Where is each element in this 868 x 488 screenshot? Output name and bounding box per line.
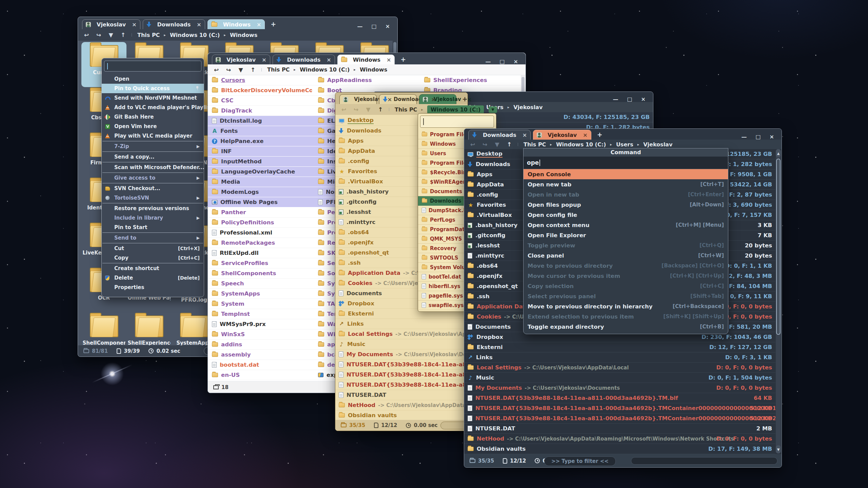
- up-button[interactable]: ↑: [119, 32, 127, 38]
- file-row[interactable]: NetHood -> C:\Users\Vjekoslav\AppData\Ro…: [464, 434, 775, 444]
- command-item[interactable]: Move to previous directory in hierarchy[…: [524, 301, 728, 311]
- tab-downloads[interactable]: Downloads×: [379, 94, 417, 104]
- file-row[interactable]: NTUSER.DAT2 MB: [464, 424, 775, 434]
- file-row[interactable]: AppReadiness: [314, 75, 420, 85]
- grid-item[interactable]: ShellComponents: [81, 312, 126, 345]
- history-button[interactable]: ▼: [364, 106, 373, 113]
- tab-vjekoslav[interactable]: Vjekoslav×: [82, 19, 140, 29]
- file-row[interactable]: assembly: [208, 350, 314, 360]
- file-row[interactable]: DiagTrack: [208, 106, 314, 116]
- scroll-up-button[interactable]: ▲: [776, 149, 781, 157]
- command-input[interactable]: ope: [524, 157, 728, 169]
- breadcrumb-item[interactable]: Vjekoslav: [643, 141, 672, 148]
- file-row[interactable]: ♪MusicD: 0, F: 1, 504 bytes: [464, 373, 775, 383]
- breadcrumb-item[interactable]: This PC: [395, 106, 417, 113]
- file-row[interactable]: Professional.xml: [208, 228, 314, 238]
- dropdown-filter-input[interactable]: [420, 116, 494, 128]
- forward-button[interactable]: ↪: [94, 32, 103, 38]
- command-item[interactable]: Select previous panel[Shift+Tab]: [524, 291, 728, 301]
- close-tab-icon[interactable]: ×: [428, 96, 436, 103]
- file-row[interactable]: NTUSER.DAT{53b39e88-18c4-11ea-a811-000d3…: [335, 380, 468, 390]
- context-menu-item[interactable]: Restore previous versions: [102, 204, 204, 213]
- back-button[interactable]: ↩: [212, 66, 221, 73]
- command-item[interactable]: Toggle preview[Ctrl+Q]: [524, 240, 728, 250]
- breadcrumb-item[interactable]: Windows 10 (C:): [556, 141, 606, 148]
- file-row[interactable]: NTUSER.DAT{53b39e88-18c4-11ea-a811-000d3…: [464, 403, 775, 413]
- maximize-button[interactable]: □: [371, 24, 376, 29]
- close-tab-icon[interactable]: ×: [579, 132, 587, 138]
- context-menu-item[interactable]: SVN Checkout...: [102, 184, 204, 193]
- file-row[interactable]: Panther: [208, 207, 314, 218]
- command-item[interactable]: Open files popup[Alt+Down]: [524, 200, 728, 210]
- file-row[interactable]: WinSxS: [208, 329, 314, 340]
- file-row[interactable]: CSC: [208, 96, 314, 106]
- file-row[interactable]: TempInst: [208, 309, 314, 319]
- file-row[interactable]: Local Settings -> C:\Users\Vjekoslav\App…: [464, 363, 775, 373]
- file-row[interactable]: DtcInstall.log: [208, 116, 314, 126]
- context-menu-item[interactable]: Copy[Ctrl+C]: [102, 253, 204, 263]
- file-row[interactable]: addins: [208, 340, 314, 350]
- file-row[interactable]: SystemApps: [208, 289, 314, 299]
- context-menu-item[interactable]: Include in library▶: [102, 213, 204, 223]
- context-menu-item[interactable]: Pin to Quick access: [102, 84, 204, 93]
- maximize-button[interactable]: □: [627, 97, 632, 102]
- minimize-button[interactable]: —: [741, 134, 747, 140]
- tab-downloads[interactable]: Downloads×: [143, 19, 205, 29]
- command-item[interactable]: Toggle expand directory[Ctrl+B]: [524, 322, 728, 332]
- new-tab-button[interactable]: +: [271, 20, 276, 28]
- file-row[interactable]: RemotePackages: [208, 238, 314, 248]
- command-item[interactable]: Open File Explorer: [524, 230, 728, 240]
- maximize-button[interactable]: □: [499, 59, 505, 64]
- close-button[interactable]: ×: [386, 24, 390, 29]
- file-row[interactable]: Obsidian vaults: [335, 410, 468, 420]
- context-menu-item[interactable]: Open: [102, 74, 204, 84]
- close-tab-icon[interactable]: ×: [323, 57, 331, 63]
- file-row[interactable]: Speech: [208, 279, 314, 289]
- context-menu-item[interactable]: Delete[Delete]: [102, 273, 204, 283]
- context-menu-item[interactable]: 7-Zip▶: [102, 142, 204, 151]
- file-row[interactable]: WMSysPr9.prx: [208, 319, 314, 329]
- forward-button[interactable]: ↪: [224, 66, 233, 73]
- tab-vjekoslav[interactable]: Vjekoslav×: [212, 55, 270, 64]
- tab-windows[interactable]: Windows×: [208, 19, 265, 29]
- new-tab-button[interactable]: +: [400, 56, 406, 63]
- file-row[interactable]: NTUSER.DAT{53b39e88-18c4-11ea-a811-000d3…: [335, 360, 468, 370]
- breadcrumb-item[interactable]: This PC: [267, 66, 290, 73]
- breadcrumb-item[interactable]: Windows 10 (C:): [427, 105, 484, 114]
- breadcrumb-item[interactable]: This PC: [137, 32, 160, 38]
- back-button[interactable]: ↩: [468, 141, 477, 148]
- file-row[interactable]: Offline Web Pages: [208, 197, 314, 207]
- new-tab-button[interactable]: +: [597, 131, 603, 138]
- up-button[interactable]: ↑: [249, 66, 257, 73]
- command-item[interactable]: Copy selection[Ctrl+C]: [524, 281, 728, 291]
- command-item[interactable]: Open config file: [524, 210, 728, 220]
- scroll-down-button[interactable]: ▼: [776, 445, 781, 453]
- command-item[interactable]: Open context menu[Ctrl+M] [Menu]: [524, 220, 728, 230]
- file-row[interactable]: NTUSER.DAT{53b39e88-18c4-11ea-a811-000d3…: [335, 370, 468, 380]
- context-menu-item[interactable]: Cut[Ctrl+X]: [102, 244, 204, 253]
- scrollbar-thumb[interactable]: [776, 159, 781, 335]
- tab-downloads[interactable]: Downloads×: [468, 130, 531, 140]
- breadcrumb-dropdown-button[interactable]: ▼: [489, 106, 497, 113]
- close-button[interactable]: ×: [641, 97, 646, 102]
- file-row[interactable]: en-US: [208, 370, 314, 380]
- file-row[interactable]: RtlExUpd.dll: [208, 248, 314, 258]
- file-row[interactable]: ServiceProfiles: [208, 258, 314, 268]
- grid-item[interactable]: ShellExperiences: [126, 312, 172, 345]
- history-button[interactable]: ▼: [493, 141, 501, 148]
- breadcrumb-item[interactable]: Windows 10 (C:): [170, 32, 220, 38]
- file-row[interactable]: EksterniD: 12, F: 127, 12 GB: [464, 342, 775, 352]
- close-button[interactable]: ×: [770, 134, 774, 140]
- file-row[interactable]: NetHood -> C:\Users\Vjekoslav\AppData\Ro…: [335, 400, 468, 410]
- context-menu-item[interactable]: Play with VLC media player: [102, 131, 204, 141]
- file-row[interactable]: ↗LinksD: 0, F: 3, 1 KB: [464, 352, 775, 363]
- history-button[interactable]: ▼: [106, 32, 115, 38]
- command-item[interactable]: Open new tab[Ctrl+T]: [524, 179, 728, 189]
- context-menu-item[interactable]: Scan with Microsoft Defender...: [102, 163, 204, 172]
- context-menu-item[interactable]: Give access to▶: [102, 173, 204, 183]
- file-row[interactable]: Local Settings -> C:\Users\Vjekoslav\App…: [335, 329, 468, 339]
- context-menu-item[interactable]: Send to▶: [102, 233, 204, 243]
- file-row[interactable]: ↗Links: [335, 319, 468, 329]
- close-tab-icon[interactable]: ×: [383, 57, 391, 63]
- command-item[interactable]: Open Console: [524, 169, 728, 179]
